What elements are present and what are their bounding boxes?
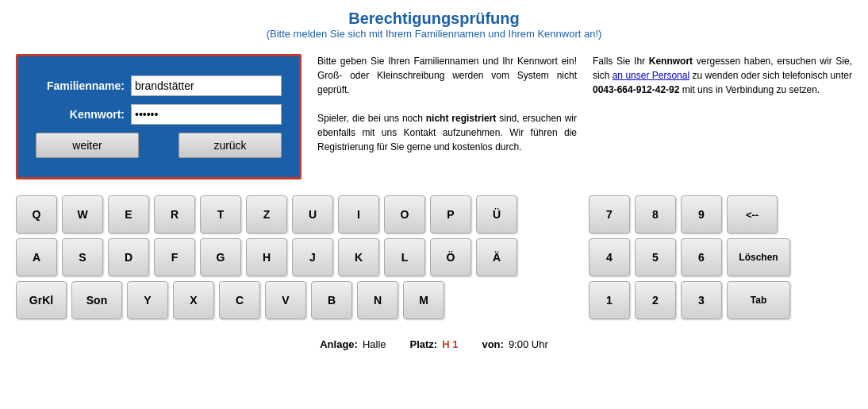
key-D[interactable]: D bbox=[108, 238, 149, 276]
key-1[interactable]: 1 bbox=[589, 281, 630, 319]
nicht-registriert-text: nicht registriert bbox=[426, 113, 497, 124]
key-G[interactable]: G bbox=[200, 238, 241, 276]
key-6[interactable]: 6 bbox=[681, 238, 722, 276]
key-Q[interactable]: Q bbox=[16, 195, 57, 233]
info-col2: Falls Sie Ihr Kennwort vergessen haben, … bbox=[593, 54, 852, 179]
key-I[interactable]: I bbox=[338, 195, 379, 233]
von-label: von: bbox=[482, 338, 503, 350]
key-S[interactable]: S bbox=[62, 238, 103, 276]
platz-value: H 1 bbox=[442, 338, 458, 350]
key-H[interactable]: H bbox=[246, 238, 287, 276]
info-section: Bitte geben Sie Ihren Familiennamen und … bbox=[317, 54, 852, 179]
info-col1: Bitte geben Sie Ihren Familiennamen und … bbox=[317, 54, 577, 179]
key-Z[interactable]: Z bbox=[246, 195, 287, 233]
familienname-row: Familienname: bbox=[36, 75, 282, 96]
key-P[interactable]: P bbox=[430, 195, 471, 233]
key-W[interactable]: W bbox=[62, 195, 103, 233]
keyboard-section: Q W E R T Z U I O P Ü A S D F G H J K L … bbox=[0, 187, 868, 327]
key-Ue[interactable]: Ü bbox=[476, 195, 517, 233]
kennwort-input[interactable] bbox=[131, 104, 282, 125]
key-5[interactable]: 5 bbox=[635, 238, 676, 276]
key-row-2: A S D F G H J K L Ö Ä bbox=[16, 238, 517, 276]
key-A[interactable]: A bbox=[16, 238, 57, 276]
anlage-label: Anlage: bbox=[320, 338, 358, 350]
key-B[interactable]: B bbox=[311, 281, 352, 319]
platz-item: Platz: H 1 bbox=[410, 338, 459, 350]
key-Y[interactable]: Y bbox=[127, 281, 168, 319]
key-row-3: GrKl Son Y X C V B N M bbox=[16, 281, 517, 319]
key-2[interactable]: 2 bbox=[635, 281, 676, 319]
familienname-input[interactable] bbox=[131, 75, 282, 96]
key-L[interactable]: L bbox=[384, 238, 425, 276]
key-O[interactable]: O bbox=[384, 195, 425, 233]
personal-link[interactable]: an unser Personal bbox=[613, 70, 689, 81]
keyboard-numpad: 7 8 9 <-- 4 5 6 Löschen 1 2 3 Tab bbox=[589, 195, 790, 319]
key-X[interactable]: X bbox=[173, 281, 214, 319]
kennwort-row: Kennwort: bbox=[36, 104, 282, 125]
info-col1-p2: Spieler, die bei uns noch nicht registri… bbox=[317, 113, 577, 152]
numpad-row-3: 1 2 3 Tab bbox=[589, 281, 790, 319]
von-value: 9:00 Uhr bbox=[509, 338, 548, 350]
key-V[interactable]: V bbox=[265, 281, 306, 319]
key-J[interactable]: J bbox=[292, 238, 333, 276]
key-Ae[interactable]: Ä bbox=[476, 238, 517, 276]
page-title: Berechtigungsprüfung bbox=[0, 10, 868, 28]
key-M[interactable]: M bbox=[403, 281, 444, 319]
keyboard-main: Q W E R T Z U I O P Ü A S D F G H J K L … bbox=[16, 195, 517, 319]
button-row: weiter zurück bbox=[36, 133, 282, 158]
numpad-row-1: 7 8 9 <-- bbox=[589, 195, 790, 233]
familienname-label: Familienname: bbox=[36, 79, 131, 92]
key-9[interactable]: 9 bbox=[681, 195, 722, 233]
status-bar: Anlage: Halle Platz: H 1 von: 9:00 Uhr bbox=[0, 332, 868, 357]
key-7[interactable]: 7 bbox=[589, 195, 630, 233]
key-4[interactable]: 4 bbox=[589, 238, 630, 276]
kennwort-label: Kennwort: bbox=[36, 108, 131, 121]
login-section: Familienname: Kennwort: weiter zurück bbox=[16, 54, 301, 179]
key-loeschen[interactable]: Löschen bbox=[727, 238, 790, 276]
anlage-item: Anlage: Halle bbox=[320, 338, 386, 350]
key-GrKl[interactable]: GrKl bbox=[16, 281, 67, 319]
key-F[interactable]: F bbox=[154, 238, 195, 276]
weiter-button[interactable]: weiter bbox=[36, 133, 139, 158]
key-Oe[interactable]: Ö bbox=[430, 238, 471, 276]
key-R[interactable]: R bbox=[154, 195, 195, 233]
key-K[interactable]: K bbox=[338, 238, 379, 276]
header: Berechtigungsprüfung (Bitte melden Sie s… bbox=[0, 0, 868, 46]
key-row-1: Q W E R T Z U I O P Ü bbox=[16, 195, 517, 233]
key-C[interactable]: C bbox=[219, 281, 260, 319]
key-8[interactable]: 8 bbox=[635, 195, 676, 233]
anlage-value: Halle bbox=[363, 338, 386, 350]
main-content: Familienname: Kennwort: weiter zurück Bi… bbox=[0, 46, 868, 187]
key-3[interactable]: 3 bbox=[681, 281, 722, 319]
login-box: Familienname: Kennwort: weiter zurück bbox=[16, 54, 301, 179]
key-backspace[interactable]: <-- bbox=[727, 195, 778, 233]
platz-label: Platz: bbox=[410, 338, 438, 350]
key-T[interactable]: T bbox=[200, 195, 241, 233]
numpad-row-2: 4 5 6 Löschen bbox=[589, 238, 790, 276]
zuruck-button[interactable]: zurück bbox=[179, 133, 282, 158]
key-Son[interactable]: Son bbox=[71, 281, 122, 319]
key-tab[interactable]: Tab bbox=[727, 281, 790, 319]
login-box-inner: Familienname: Kennwort: weiter zurück bbox=[29, 68, 288, 166]
key-E[interactable]: E bbox=[108, 195, 149, 233]
key-U[interactable]: U bbox=[292, 195, 333, 233]
page-subtitle: (Bitte melden Sie sich mit Ihrem Familie… bbox=[0, 28, 868, 40]
von-item: von: 9:00 Uhr bbox=[482, 338, 547, 350]
key-N[interactable]: N bbox=[357, 281, 398, 319]
